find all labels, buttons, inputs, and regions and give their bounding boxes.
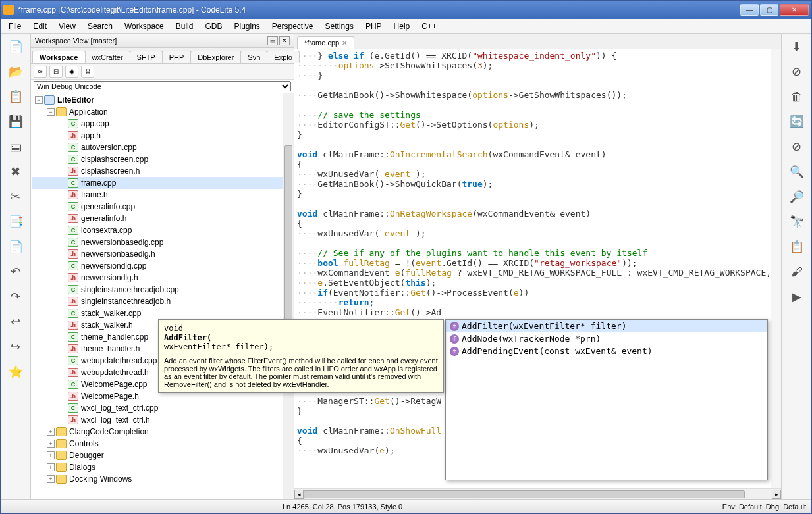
left-tool-11[interactable]: ↩ — [5, 311, 26, 332]
tree-item-singleinstancethreadjob-h[interactable]: .hsingleinstancethreadjob.h — [32, 296, 292, 307]
cpp-icon: C — [68, 261, 78, 270]
left-tool-2[interactable]: 📋 — [5, 86, 26, 107]
right-tool-9[interactable]: 🖌 — [786, 261, 807, 282]
right-tool-2[interactable]: 🗑 — [786, 86, 807, 107]
tree-item-dialogs[interactable]: +Dialogs — [32, 461, 292, 473]
close-button[interactable]: ✕ — [780, 4, 809, 16]
tree-item-app-cpp[interactable]: Capp.cpp — [32, 118, 292, 130]
settings-icon[interactable]: ⚙ — [81, 66, 94, 78]
tree-item-wxcl-log-text-ctrl-h[interactable]: .hwxcl_log_text_ctrl.h — [32, 414, 292, 426]
menu-settings[interactable]: Settings — [320, 20, 359, 32]
menu-perspective[interactable]: Perspective — [267, 20, 319, 32]
tree-item-frame-h[interactable]: .hframe.h — [32, 189, 292, 201]
maximize-button[interactable]: ▢ — [760, 4, 778, 16]
panel-tab-dbexplorer[interactable]: DbExplorer — [190, 51, 241, 63]
tree-item-singleinstancethreadjob-cpp[interactable]: Csingleinstancethreadjob.cpp — [32, 284, 292, 296]
editor-tab-frame[interactable]: *frame.cpp ✕ — [297, 36, 354, 49]
tree-item-generalinfo-h[interactable]: .hgeneralinfo.h — [32, 213, 292, 224]
close-icon[interactable]: ✕ — [342, 39, 347, 47]
right-tool-6[interactable]: 🔎 — [786, 186, 807, 207]
menu-search[interactable]: Search — [82, 20, 118, 32]
tree-item-newversionbasedlg-h[interactable]: .hnewversionbasedlg.h — [32, 248, 292, 260]
folder-icon — [56, 463, 67, 472]
tree-scrollbar[interactable] — [283, 93, 294, 499]
tree-item-debugger[interactable]: +Debugger — [32, 450, 292, 461]
panel-tab-wxcrafter[interactable]: wxCrafter — [85, 51, 130, 63]
menu-help[interactable]: Help — [389, 20, 416, 32]
tree-item-wxcl-log-text-ctrl-cpp[interactable]: Cwxcl_log_text_ctrl.cpp — [32, 402, 292, 414]
right-tool-5[interactable]: 🔍 — [786, 161, 807, 182]
menu-plugins[interactable]: Plugins — [229, 20, 265, 32]
tree-item-newversionbasedlg-cpp[interactable]: Cnewversionbasedlg.cpp — [32, 236, 292, 248]
tree-item-app-h[interactable]: .happ.h — [32, 130, 292, 141]
tree-item-generalinfo-cpp[interactable]: Cgeneralinfo.cpp — [32, 201, 292, 213]
tree-item-autoversion-cpp[interactable]: Cautoversion.cpp — [32, 141, 292, 153]
menu-c++[interactable]: C++ — [416, 20, 442, 32]
menu-build[interactable]: Build — [171, 20, 199, 32]
right-tool-10[interactable]: ▶ — [786, 286, 807, 307]
menu-php[interactable]: PHP — [360, 20, 387, 32]
collapse-icon[interactable]: ⊟ — [49, 66, 63, 78]
right-tool-4[interactable]: ⊘ — [786, 136, 807, 157]
menu-view[interactable]: View — [53, 20, 81, 32]
tree-item-iconsextra-cpp[interactable]: Ciconsextra.cpp — [32, 224, 292, 236]
editor-marker-bar[interactable] — [771, 49, 781, 488]
left-tool-10[interactable]: ↷ — [5, 286, 26, 307]
link-icon[interactable]: ∞ — [34, 66, 47, 78]
tree-item-newversiondlg-h[interactable]: .hnewversiondlg.h — [32, 272, 292, 284]
tree-item-clangcodecompletion[interactable]: +ClangCodeCompletion — [32, 426, 292, 438]
editor-scrollbar-h[interactable]: ◂ ▸ — [294, 488, 781, 499]
tree-item-stack-walker-cpp[interactable]: Cstack_walker.cpp — [32, 307, 292, 319]
autocomplete-item[interactable]: fAddPendingEvent(const wxEvent& event) — [446, 345, 767, 357]
tree-item-newversiondlg-cpp[interactable]: Cnewversiondlg.cpp — [32, 260, 292, 272]
h-icon: .h — [68, 273, 78, 282]
right-tool-1[interactable]: ⊘ — [786, 61, 807, 82]
right-tool-7[interactable]: 🔭 — [786, 211, 807, 232]
file-tree[interactable]: −LiteEditor−ApplicationCapp.cpp.happ.hCa… — [31, 93, 294, 499]
panel-close-button[interactable]: ✕ — [279, 36, 290, 45]
tree-item-clsplashscreen-cpp[interactable]: Cclsplashscreen.cpp — [32, 153, 292, 165]
minimize-button[interactable]: — — [740, 4, 759, 16]
left-tool-6[interactable]: ✂ — [5, 186, 26, 207]
tree-item-clsplashscreen-h[interactable]: .hclsplashscreen.h — [32, 165, 292, 177]
panel-tab-workspace[interactable]: Workspace — [32, 51, 86, 63]
tree-item-application[interactable]: −Application — [32, 106, 292, 118]
left-tool-13[interactable]: ⭐ — [5, 361, 26, 382]
right-tool-3[interactable]: 🔄 — [786, 111, 807, 132]
left-tool-5[interactable]: ✖ — [5, 161, 26, 182]
cpp-icon: C — [68, 403, 78, 413]
right-tool-8[interactable]: 📋 — [786, 236, 807, 257]
menu-gdb[interactable]: GDB — [200, 20, 227, 32]
right-tool-0[interactable]: ⬇ — [786, 36, 807, 57]
tree-item-docking-windows[interactable]: +Docking Windows — [32, 473, 292, 485]
menu-file[interactable]: File — [3, 20, 26, 32]
cpp-icon: C — [68, 155, 78, 164]
left-tool-1[interactable]: 📂 — [5, 61, 26, 82]
panel-tab-sftp[interactable]: SFTP — [130, 51, 163, 63]
folder-icon — [56, 107, 67, 116]
tree-item-frame-cpp[interactable]: Cframe.cpp — [32, 177, 292, 189]
folder-icon — [56, 427, 67, 436]
goto-icon[interactable]: ◉ — [65, 66, 78, 78]
left-tool-8[interactable]: 📄 — [5, 236, 26, 257]
left-tool-4[interactable]: 🖴 — [5, 136, 26, 157]
left-tool-3[interactable]: 💾 — [5, 111, 26, 132]
menu-workspace[interactable]: Workspace — [119, 20, 169, 32]
build-config-select[interactable]: Win Debug Unicode — [34, 81, 291, 91]
h-icon: .h — [68, 297, 78, 306]
autocomplete-popup[interactable]: fAddFilter(wxEventFilter* filter)fAddNod… — [445, 319, 768, 480]
menu-edit[interactable]: Edit — [28, 20, 52, 32]
panel-float-button[interactable]: ▭ — [267, 36, 278, 45]
left-tool-7[interactable]: 📑 — [5, 211, 26, 232]
h-icon: .h — [68, 190, 78, 199]
left-tool-9[interactable]: ↶ — [5, 261, 26, 282]
panel-tab-php[interactable]: PHP — [162, 51, 192, 63]
left-tool-0[interactable]: 📄 — [5, 36, 26, 57]
left-tool-12[interactable]: ↪ — [5, 336, 26, 357]
tree-item-controls[interactable]: +Controls — [32, 438, 292, 450]
autocomplete-item[interactable]: fAddFilter(wxEventFilter* filter) — [446, 320, 767, 332]
panel-tab-svn[interactable]: Svn — [240, 51, 267, 63]
tree-item-liteeditor[interactable]: −LiteEditor — [32, 94, 292, 106]
titlebar[interactable]: *frame.cpp [C:\src\codelitegit\LiteEdito… — [1, 1, 811, 19]
autocomplete-item[interactable]: fAddNode(wxTrackerNode *prn) — [446, 332, 767, 345]
